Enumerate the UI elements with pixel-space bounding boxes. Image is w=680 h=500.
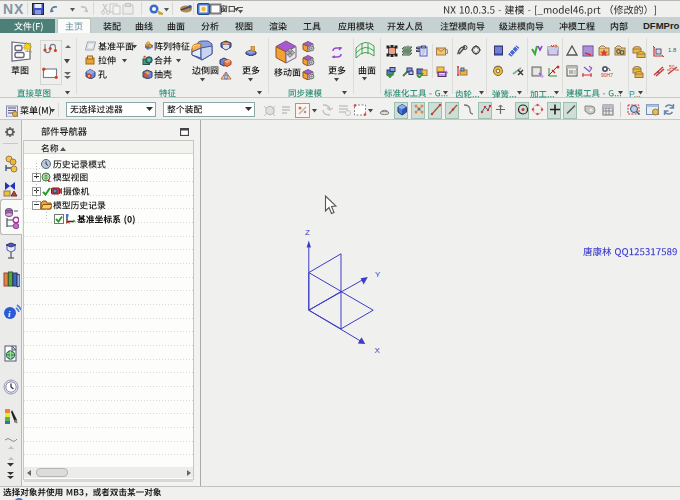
svg-text:50: 50 [669,64,675,70]
svg-text:90H7: 90H7 [601,72,613,78]
